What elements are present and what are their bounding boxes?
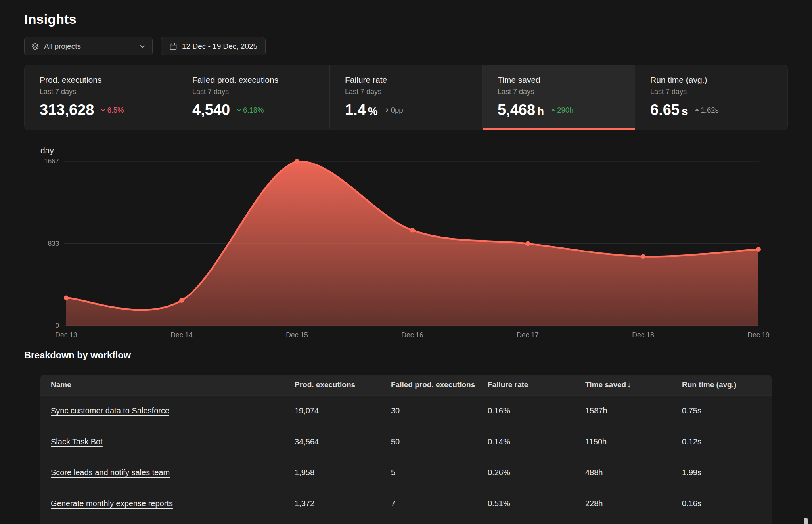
layers-icon xyxy=(31,42,39,50)
chart-point xyxy=(525,241,530,246)
cell-run-time: 0.12s xyxy=(682,426,772,457)
table-row: Sync customer data to Salesforce 19,074 … xyxy=(40,395,772,426)
metric-title: Failure rate xyxy=(345,75,482,85)
metric-title: Failed prod. executions xyxy=(192,75,329,85)
column-header-time-saved[interactable]: Time saved↓ xyxy=(585,375,682,395)
column-header-name[interactable]: Name xyxy=(40,375,295,395)
x-tick-label: Dec 19 xyxy=(747,331,769,339)
date-range-button[interactable]: 12 Dec - 19 Dec, 2025 xyxy=(161,37,266,55)
metric-delta-value: 290h xyxy=(557,106,573,115)
chart-point xyxy=(179,298,184,303)
breakdown-heading: Breakdown by workflow xyxy=(24,350,788,361)
metric-card-run-time[interactable]: Run time (avg.) Last 7 days 6.65 s 1.62s xyxy=(635,65,787,130)
workflow-table: Name Prod. executions Failed prod. execu… xyxy=(40,375,772,524)
metric-delta: 290h xyxy=(550,106,573,115)
metric-card-failed-prod-executions[interactable]: Failed prod. executions Last 7 days 4,54… xyxy=(177,65,330,130)
cell-failed: 30 xyxy=(391,395,488,426)
delta-chevron-icon xyxy=(550,107,556,113)
project-filter-value: All projects xyxy=(44,42,81,51)
cell-time-saved: 488h xyxy=(585,457,682,488)
project-filter-dropdown[interactable]: All projects xyxy=(24,37,153,55)
workflow-link[interactable]: Score leads and notify sales team xyxy=(51,468,170,477)
x-tick-label: Dec 14 xyxy=(170,331,193,339)
metric-unit: s xyxy=(682,105,688,118)
delta-chevron-icon xyxy=(694,107,700,113)
cell-failure-rate: 0.26% xyxy=(488,457,585,488)
metric-subtitle: Last 7 days xyxy=(345,88,482,96)
x-tick-label: Dec 15 xyxy=(286,331,308,339)
column-header-failed-prod-executions[interactable]: Failed prod. executions xyxy=(391,375,488,395)
delta-chevron-icon xyxy=(100,107,106,113)
metric-title: Run time (avg.) xyxy=(650,75,787,85)
delta-chevron-icon xyxy=(384,107,390,113)
workflow-link[interactable]: Sync customer data to Salesforce xyxy=(51,406,169,415)
metric-value: 1.4 xyxy=(345,101,366,119)
date-range-value: 12 Dec - 19 Dec, 2025 xyxy=(182,42,257,51)
metric-title: Time saved xyxy=(498,75,635,85)
y-tick-label: 0 xyxy=(56,322,59,329)
x-tick-label: Dec 18 xyxy=(632,331,654,339)
chart-point xyxy=(295,159,299,164)
chart-point xyxy=(641,254,645,259)
table-row-partial xyxy=(40,519,772,524)
cell-time-saved: 1150h xyxy=(585,426,682,457)
calendar-icon xyxy=(169,42,177,50)
chart-point xyxy=(64,296,69,300)
page-title: Insights xyxy=(24,11,788,27)
table-header-row: Name Prod. executions Failed prod. execu… xyxy=(40,375,772,395)
chart-axis-title: day xyxy=(40,146,54,155)
cell-failure-rate: 0.51% xyxy=(488,488,585,519)
cell-time-saved: 1587h xyxy=(585,395,682,426)
metric-unit: h xyxy=(537,105,544,118)
cell-run-time: 0.75s xyxy=(682,395,772,426)
metric-delta-value: 0pp xyxy=(391,106,403,115)
metric-delta: 0pp xyxy=(384,106,403,115)
metric-delta-value: 1.62s xyxy=(701,106,719,115)
workflow-link[interactable]: Slack Task Bot xyxy=(51,437,103,446)
metric-title: Prod. executions xyxy=(40,75,177,85)
cell-failure-rate: 0.16% xyxy=(488,395,585,426)
vertical-scrollbar-thumb[interactable] xyxy=(804,518,808,524)
column-header-prod-executions[interactable]: Prod. executions xyxy=(295,375,391,395)
metric-delta: 6.18% xyxy=(236,106,264,115)
workflow-link[interactable]: Generate monthly expense reports xyxy=(51,499,173,508)
cell-prod-executions: 34,564 xyxy=(295,426,391,457)
chart-point xyxy=(410,228,415,233)
metric-value: 5,468 xyxy=(498,101,535,119)
cell-failed: 5 xyxy=(391,457,488,488)
cell-prod-executions: 19,074 xyxy=(295,395,391,426)
cell-failed: 50 xyxy=(391,426,488,457)
cell-time-saved: 228h xyxy=(585,488,682,519)
cell-prod-executions: 1,958 xyxy=(295,457,391,488)
metric-card-prod-executions[interactable]: Prod. executions Last 7 days 313,628 6.5… xyxy=(25,65,177,130)
cell-run-time: 1.99s xyxy=(682,457,772,488)
chart-point xyxy=(756,247,761,252)
metric-cards: Prod. executions Last 7 days 313,628 6.5… xyxy=(24,65,788,130)
metric-card-failure-rate[interactable]: Failure rate Last 7 days 1.4 % 0pp xyxy=(330,65,483,130)
metric-card-time-saved[interactable]: Time saved Last 7 days 5,468 h 290h xyxy=(483,65,635,130)
metric-unit: % xyxy=(368,105,378,118)
metric-delta: 6.5% xyxy=(100,106,124,115)
table-row: Score leads and notify sales team 1,958 … xyxy=(40,457,772,488)
metric-delta-value: 6.18% xyxy=(243,106,264,115)
column-header-failure-rate[interactable]: Failure rate xyxy=(488,375,585,395)
time-saved-by-day-chart: 08331667Dec 13Dec 14Dec 15Dec 16Dec 17De… xyxy=(24,144,788,350)
delta-chevron-icon xyxy=(236,107,242,113)
cell-prod-executions: 1,372 xyxy=(295,488,391,519)
x-tick-label: Dec 17 xyxy=(517,331,538,339)
x-tick-label: Dec 13 xyxy=(55,331,77,339)
metric-subtitle: Last 7 days xyxy=(650,88,787,96)
y-tick-label: 1667 xyxy=(44,157,59,165)
insights-page: Insights All projects xyxy=(0,11,812,524)
filter-bar: All projects 12 Dec - 19 Dec, 2025 xyxy=(24,37,788,55)
cell-run-time: 0.16s xyxy=(682,488,772,519)
column-header-run-time[interactable]: Run time (avg.) xyxy=(682,375,772,395)
table-row: Generate monthly expense reports 1,372 7… xyxy=(40,488,772,519)
chevron-down-icon xyxy=(139,43,146,50)
metric-subtitle: Last 7 days xyxy=(192,88,329,96)
metric-value: 6.65 xyxy=(650,101,680,119)
metric-delta: 1.62s xyxy=(694,106,719,115)
metric-value: 313,628 xyxy=(40,101,94,119)
sort-desc-icon: ↓ xyxy=(627,381,631,389)
y-tick-label: 833 xyxy=(48,240,59,247)
